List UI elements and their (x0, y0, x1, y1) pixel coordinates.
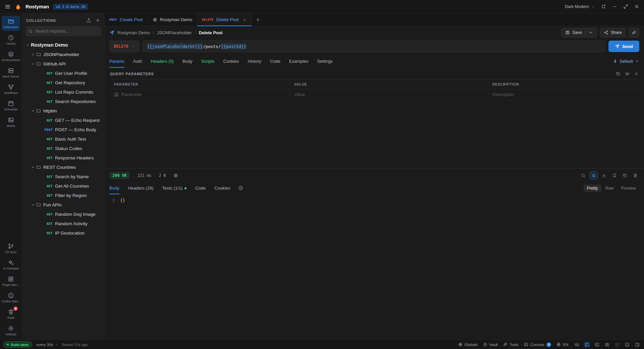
terminal-button[interactable] (594, 341, 600, 348)
request-item[interactable]: GETList Repo Commits (22, 87, 104, 97)
rail-item-cookie-manager[interactable]: Cookie Man... (2, 290, 20, 305)
chevron-down-icon[interactable] (31, 109, 35, 113)
close-tab-icon[interactable] (242, 17, 247, 22)
copy-link-button[interactable] (629, 28, 639, 38)
collection-item[interactable]: Rostyman Demo (22, 40, 104, 50)
apps-button[interactable] (614, 341, 621, 348)
view-mode-raw[interactable]: Raw (602, 185, 617, 192)
open-tab[interactable]: DELETEDelete Post (197, 13, 252, 26)
chevron-down-icon[interactable] (25, 43, 30, 47)
close-icon[interactable] (634, 71, 639, 76)
response-tab[interactable]: Code (195, 182, 206, 194)
rail-item-collections[interactable]: Collections (2, 16, 20, 31)
new-tab-button[interactable] (252, 13, 264, 26)
statusbar-console[interactable]: Console3 (524, 342, 551, 347)
add-collection-icon[interactable] (95, 18, 100, 23)
request-section-tab[interactable]: Body (182, 55, 193, 67)
view-mode-preview[interactable]: Preview (618, 185, 639, 192)
response-tab[interactable]: Cookies (214, 182, 230, 194)
param-cell[interactable]: Description (488, 89, 639, 100)
request-section-tab[interactable]: Settings (317, 55, 333, 67)
rail-item-history[interactable]: History (2, 32, 20, 47)
environment-selector[interactable]: Default (613, 59, 639, 64)
statusbar-tools[interactable]: Tools (503, 342, 519, 347)
request-item[interactable]: GETGet All Countries (22, 181, 104, 191)
request-item[interactable]: GETGet User Profile (22, 68, 104, 78)
request-section-tab[interactable]: Scripts (201, 55, 215, 67)
layout-left-button[interactable] (584, 341, 590, 348)
request-section-tab[interactable]: Code (270, 55, 280, 67)
sidebar-search[interactable] (25, 26, 101, 36)
request-item[interactable]: GETGet Repository (22, 78, 104, 87)
maximize-button[interactable] (623, 4, 628, 9)
folder-item[interactable]: Fun APIs (22, 200, 104, 209)
breadcrumb-item[interactable]: Rostyman Demo (117, 30, 150, 35)
minimize-button[interactable] (612, 4, 617, 9)
request-item[interactable]: GETRandom Activity (22, 219, 104, 228)
param-cell[interactable]: Parameter (110, 89, 290, 100)
panel-right-button[interactable] (634, 341, 641, 348)
autosave-interval-selector[interactable]: every 30s (36, 343, 58, 347)
request-item[interactable]: GETRandom Dog Image (22, 209, 104, 219)
rail-item-settings[interactable]: Settings (2, 323, 20, 338)
request-item[interactable]: GETBasic Auth Test (22, 134, 104, 144)
request-item[interactable]: GETIP Geolocation (22, 228, 104, 238)
rail-item-scheduler[interactable]: Scheduler (2, 98, 20, 113)
trash-button[interactable] (631, 171, 639, 180)
download-button[interactable] (600, 171, 608, 180)
statusbar-language[interactable]: EN (556, 342, 568, 347)
rail-item-workflows[interactable]: Workflows (2, 82, 20, 97)
response-tab[interactable]: Tests (1/1) (162, 182, 187, 194)
bulk-edit-icon[interactable] (625, 71, 630, 76)
folder-item[interactable]: JSONPlaceholder (22, 50, 104, 59)
param-cell[interactable]: Value (290, 89, 488, 100)
request-item[interactable]: GETFilter by Region (22, 191, 104, 200)
chevron-right-icon[interactable] (31, 52, 35, 57)
theme-selector[interactable]: Dark Modern (565, 4, 595, 9)
request-item[interactable]: GETSearch Repositories (22, 97, 104, 106)
autosave-toggle[interactable]: Auto-save (3, 341, 32, 348)
request-item[interactable]: GETStatus Codes (22, 144, 104, 153)
bookmark-button[interactable] (610, 171, 619, 180)
request-section-tab[interactable]: Cookies (223, 55, 239, 67)
shortcuts-button[interactable] (574, 341, 580, 348)
network-icon[interactable] (173, 173, 178, 178)
share-button[interactable]: Share (600, 28, 626, 38)
search-input[interactable] (35, 29, 98, 34)
response-body[interactable]: {} (120, 198, 125, 340)
request-section-tab[interactable]: Examples (289, 55, 308, 67)
send-button[interactable]: Send (608, 41, 639, 52)
rail-item-git-sync[interactable]: Git Sync (2, 241, 20, 256)
search-button[interactable] (579, 171, 587, 180)
request-item[interactable]: GETGET — Echo Request (22, 115, 104, 125)
breadcrumb-item[interactable]: Delete Post (199, 30, 223, 35)
request-section-tab[interactable]: History (248, 55, 261, 67)
response-history-icon[interactable] (238, 186, 243, 191)
rail-item-mock-server[interactable]: Mock Server (2, 65, 20, 80)
folder-item[interactable]: httpbin (22, 106, 104, 115)
camera-button[interactable] (604, 341, 610, 348)
chevron-down-icon[interactable] (31, 62, 35, 66)
rail-item-trash[interactable]: Tr​ash6 (2, 306, 20, 321)
request-section-tab[interactable]: Params (109, 55, 124, 67)
folder-item[interactable]: REST Countries (22, 162, 104, 172)
folder-item[interactable]: GitHub API (22, 59, 104, 68)
param-checkbox[interactable] (114, 92, 118, 97)
request-item[interactable]: GETResponse Headers (22, 153, 104, 162)
save-options-icon[interactable] (588, 30, 593, 35)
statusbar-globals[interactable]: Globals (458, 342, 478, 347)
open-tab[interactable]: POSTCreate Post (105, 13, 148, 26)
chevron-down-icon[interactable] (31, 165, 35, 169)
request-section-tab[interactable]: Headers (5) (151, 55, 174, 67)
save-button[interactable]: Save (561, 28, 597, 38)
chevron-down-icon[interactable] (31, 203, 35, 207)
request-item[interactable]: GETSearch by Name (22, 172, 104, 181)
open-tab[interactable]: Rostyman Demo (148, 13, 198, 26)
menu-icon[interactable] (5, 4, 11, 10)
close-window-button[interactable] (634, 4, 639, 9)
rail-item-media[interactable]: Media (2, 114, 20, 130)
url-input[interactable]: {{jsonPlaceholderUrl}}/posts/{{postId}} (143, 41, 605, 52)
rail-item-environments[interactable]: Environments (2, 49, 20, 64)
panel-bottom-button[interactable] (624, 341, 631, 348)
rail-item-plugin-manager[interactable]: Plugin Man... (2, 273, 20, 289)
